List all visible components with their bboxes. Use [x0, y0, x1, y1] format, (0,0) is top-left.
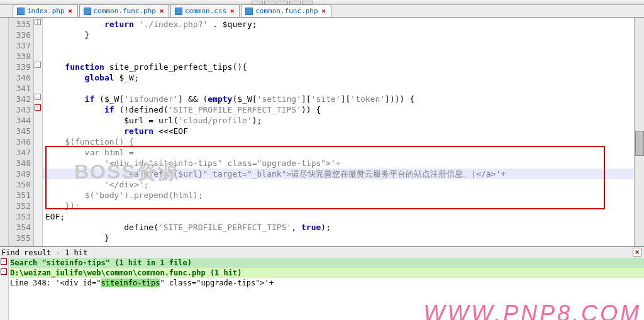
- close-icon[interactable]: ×: [229, 8, 235, 14]
- line-number: 339: [9, 62, 31, 72]
- find-result-title: Find result - 1 hit: [1, 247, 87, 258]
- close-icon[interactable]: ×: [321, 8, 327, 14]
- file-icon: [245, 8, 253, 15]
- fold-margin[interactable]: - -: [0, 258, 9, 320]
- marker-margin: [0, 18, 9, 246]
- line-number: 343: [9, 104, 31, 115]
- tab-bar: index.php× common.func.php× common.css× …: [0, 5, 644, 18]
- tab-label: common.func.php: [94, 7, 156, 15]
- toolbar-button[interactable]: [289, 1, 301, 4]
- line-number: 335: [9, 19, 31, 30]
- line-number: 347: [9, 147, 31, 158]
- close-icon[interactable]: ×: [158, 8, 165, 14]
- line-number-gutter: 3353363373383393403413423433443453463473…: [9, 18, 34, 246]
- tab-common-css[interactable]: common.css×: [170, 4, 240, 17]
- tab-common-func[interactable]: common.func.php×: [79, 4, 169, 17]
- line-number: 346: [9, 136, 31, 147]
- file-icon: [84, 8, 91, 15]
- find-result-header: Find result - 1 hit ×: [0, 246, 644, 258]
- file-path[interactable]: D:\weizan_iulife\web\common\common.func.…: [10, 268, 644, 278]
- line-number: 350: [9, 179, 31, 190]
- find-result-panel[interactable]: - - Search "siteinfo-tips" (1 hit in 1 f…: [0, 258, 644, 320]
- line-number: 345: [9, 126, 31, 136]
- fold-margin[interactable]: | - - -: [34, 18, 43, 246]
- fold-minus-icon[interactable]: -: [1, 258, 7, 265]
- line-number: 352: [9, 201, 31, 211]
- fold-minus-icon[interactable]: -: [1, 268, 7, 275]
- toolbar-button[interactable]: [252, 1, 263, 4]
- fold-minus-icon[interactable]: -: [35, 104, 41, 111]
- toolbar-button[interactable]: [277, 1, 288, 4]
- fold-minus-icon[interactable]: -: [35, 62, 41, 68]
- result-line[interactable]: Line 348: '<div id="siteinfo-tips" class…: [10, 278, 644, 288]
- scrollbar-thumb[interactable]: [635, 131, 644, 156]
- line-number: 351: [9, 190, 31, 201]
- line-number: 340: [9, 72, 31, 83]
- toolbar-button[interactable]: [302, 1, 313, 4]
- tab-index[interactable]: index.php×: [13, 4, 78, 17]
- line-number: 353: [9, 211, 31, 222]
- line-number: 355: [9, 233, 31, 243]
- tab-label: common.func.php: [255, 7, 318, 15]
- fold-minus-icon[interactable]: -: [35, 94, 41, 100]
- code-area[interactable]: BOSS资源 return './index.php?' . $query; }…: [43, 18, 644, 246]
- line-number: 349: [9, 168, 31, 179]
- toolbar-button[interactable]: [264, 1, 275, 4]
- fold-vline-icon[interactable]: |: [35, 19, 41, 25]
- line-number: 336: [9, 30, 31, 40]
- tab-common-func-active[interactable]: common.func.php×: [241, 4, 331, 17]
- file-icon: [175, 8, 182, 15]
- search-summary: Search "siteinfo-tips" (1 hit in 1 file): [10, 258, 644, 268]
- line-number: 338: [9, 51, 31, 62]
- line-number: 337: [9, 40, 31, 51]
- line-number: 342: [9, 94, 31, 104]
- file-icon: [17, 8, 25, 15]
- code-editor[interactable]: 3353363373383393403413423433443453463473…: [0, 18, 644, 246]
- line-number: 348: [9, 158, 31, 168]
- tab-label: index.php: [27, 7, 65, 15]
- close-icon[interactable]: ×: [633, 248, 641, 257]
- watermark: WWW.PNP8.COM: [423, 309, 641, 319]
- line-number: 344: [9, 115, 31, 126]
- scrollbar-vertical[interactable]: [634, 18, 644, 246]
- close-icon[interactable]: ×: [67, 8, 74, 14]
- tab-label: common.css: [185, 7, 226, 15]
- line-number: 341: [9, 83, 31, 94]
- line-number: 354: [9, 222, 31, 233]
